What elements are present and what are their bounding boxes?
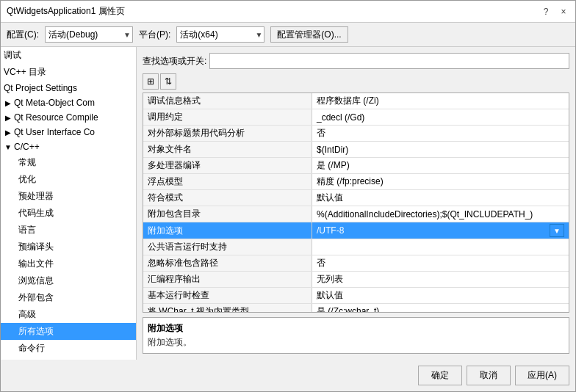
prop-name: 对象文件名 [143,142,312,157]
sidebar-item-label: Qt Project Settings [4,83,77,93]
prop-value: 无列表 [312,272,569,287]
table-row[interactable]: 忽略标准包含路径否 [143,255,569,272]
expand-icon: ▶ [4,128,12,137]
prop-value [312,239,569,255]
sidebar-item-qt-ui[interactable]: ▶Qt User Interface Co [1,125,136,139]
expand-icon: ▼ [4,143,12,152]
cancel-button[interactable]: 取消 [467,366,511,385]
table-row[interactable]: 调试信息格式程序数据库 (/Zi) [143,93,569,109]
sidebar-item-qt-project[interactable]: Qt Project Settings [1,81,136,95]
list-icon-button[interactable]: ⊞ [143,73,159,90]
table-row[interactable]: 附加包含目录%(AdditionalIncludeDirectories);$(… [143,206,569,222]
prop-name: 公共语言运行时支持 [143,239,312,255]
sort-icon-button[interactable]: ⇅ [160,73,176,90]
sidebar-item-debug[interactable]: 调试 [1,47,136,64]
sidebar-item-output[interactable]: 输出文件 [1,255,136,272]
sidebar-item-extpkg[interactable]: 外部包含 [1,289,136,306]
config-dropdown-wrap: 活动(Debug) ▼ [45,26,133,43]
main-window: QtWidgetsApplication1 属性页 ? × 配置(C): 活动(… [0,0,576,392]
apply-button[interactable]: 应用(A) [515,366,569,385]
toolbar: 配置(C): 活动(Debug) ▼ 平台(P): 活动(x64) ▼ 配置管理… [1,23,575,47]
table-row[interactable]: 公共语言运行时支持 [143,239,569,255]
prop-value: $(IntDir) [312,142,569,157]
sidebar-item-cpp[interactable]: ▼C/C++ [1,139,136,154]
close-button[interactable]: × [558,6,569,18]
sidebar-item-label: Qt User Interface Co [14,127,95,137]
table-row[interactable]: 调用约定_cdecl (/Gd) [143,109,569,126]
sidebar-item-language[interactable]: 语言 [1,222,136,239]
config-manager-button[interactable]: 配置管理器(O)... [270,26,348,43]
sidebar-item-preprocess[interactable]: 预处理器 [1,188,136,205]
prop-name: 附加包含目录 [143,206,312,222]
icon-row: ⊞ ⇅ [143,73,569,90]
sidebar-item-label: Qt Resource Compile [14,112,98,123]
prop-name: 附加选项 [143,222,312,239]
config-dropdown[interactable]: 活动(Debug) [45,26,133,43]
sidebar-item-codegen[interactable]: 代码生成 [1,205,136,222]
platform-label: 平台(P): [139,29,170,41]
prop-value-text: 程序数据库 (/Zi) [317,95,564,107]
sidebar-item-optimize[interactable]: 优化 [1,171,136,188]
table-row[interactable]: 对象文件名$(IntDir) [143,142,569,158]
prop-name: 基本运行时检查 [143,288,312,303]
main-content: 调试VC++ 目录Qt Project Settings▶Qt Meta-Obj… [1,47,575,360]
sidebar-item-advanced[interactable]: 高级 [1,306,136,323]
prop-value-dropdown-button[interactable]: ▼ [550,224,564,237]
table-row[interactable]: 汇编程序输出无列表 [143,272,569,288]
prop-value: 否 [312,255,569,271]
prop-value-text: 是 (/MP) [317,159,564,172]
prop-name: 将 WChar_t 视为内置类型 [143,304,312,313]
list-icon: ⊞ [147,76,154,87]
prop-value-text: 是 (/Zc:wchar_t) [317,305,564,313]
sidebar-item-allopts[interactable]: 所有选项 [1,323,136,340]
prop-value: 默认值 [312,190,569,206]
desc-title: 附加选项 [148,322,564,335]
window-title: QtWidgetsApplication1 属性页 [7,5,125,18]
description-area: 附加选项 附加选项。 [143,317,569,354]
table-row[interactable]: 将 WChar_t 视为内置类型是 (/Zc:wchar_t) [143,304,569,313]
prop-value-text: /UTF-8 [317,225,550,236]
sidebar-item-label: VC++ 目录 [4,67,46,77]
sidebar-item-precomp[interactable]: 预编译头 [1,239,136,255]
search-row: 查找选项或开关: [143,53,569,69]
sidebar-item-vcpp-dir[interactable]: VC++ 目录 [1,64,136,81]
sidebar-item-qt-meta[interactable]: ▶Qt Meta-Object Com [1,95,136,110]
prop-value-text: 默认值 [317,192,564,204]
properties-table: 调试信息格式程序数据库 (/Zi)调用约定_cdecl (/Gd)对外部标题禁用… [143,92,569,313]
table-row[interactable]: 符合模式默认值 [143,190,569,206]
right-panel: 查找选项或开关: ⊞ ⇅ 调试信息格式程序数据库 (/Zi)调用约定_cdecl… [137,47,575,360]
prop-value: /UTF-8▼ [312,222,569,239]
table-row[interactable]: 附加选项/UTF-8▼ [143,222,569,239]
search-label: 查找选项或开关: [143,55,206,68]
prop-name: 浮点模型 [143,174,312,189]
platform-dropdown[interactable]: 活动(x64) [176,26,264,43]
search-input[interactable] [209,53,569,69]
prop-name: 对外部标题禁用代码分析 [143,126,312,141]
expand-icon: ▶ [4,114,12,123]
config-label: 配置(C): [7,29,39,41]
table-row[interactable]: 浮点模型精度 (/fp:precise) [143,174,569,190]
bottom-row: 确定 取消 应用(A) [1,360,575,391]
prop-value-text: 否 [317,127,564,139]
sidebar-item-browse[interactable]: 浏览信息 [1,272,136,289]
prop-value: 是 (/Zc:wchar_t) [312,304,569,313]
prop-value: _cdecl (/Gd) [312,109,569,125]
sidebar: 调试VC++ 目录Qt Project Settings▶Qt Meta-Obj… [1,47,137,360]
title-controls: ? × [540,6,569,18]
platform-dropdown-wrap: 活动(x64) ▼ [176,26,264,43]
sidebar-item-qt-resource[interactable]: ▶Qt Resource Compile [1,110,136,125]
sidebar-item-general[interactable]: 常规 [1,154,136,171]
prop-value-text: %(AdditionalIncludeDirectories);$(Qt_INC… [317,209,564,219]
table-row[interactable]: 对外部标题禁用代码分析否 [143,126,569,142]
expand-icon: ▶ [4,99,12,108]
ok-button[interactable]: 确定 [418,366,462,385]
desc-text: 附加选项。 [148,336,564,349]
prop-value-text: _cdecl (/Gd) [317,112,564,123]
sidebar-item-cmdline[interactable]: 命令行 [1,340,136,357]
prop-value: %(AdditionalIncludeDirectories);$(Qt_INC… [312,206,569,222]
prop-value-text: 否 [317,257,564,269]
prop-name: 多处理器编译 [143,158,312,173]
table-row[interactable]: 基本运行时检查默认值 [143,288,569,304]
table-row[interactable]: 多处理器编译是 (/MP) [143,158,569,174]
help-button[interactable]: ? [540,6,552,18]
